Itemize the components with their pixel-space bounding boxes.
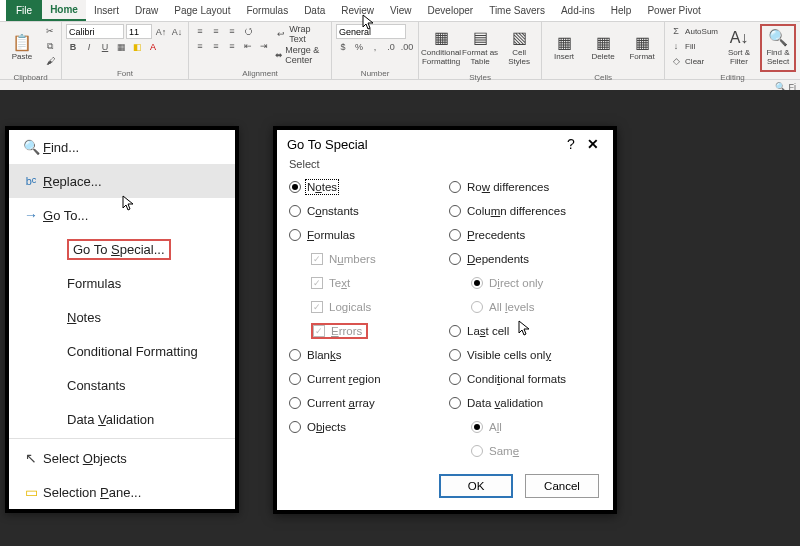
group-styles: ▦Conditional Formatting ▤Format as Table…	[419, 22, 542, 79]
opt-current-array[interactable]: Current array	[289, 392, 441, 414]
align-bot-icon[interactable]: ≡	[225, 24, 239, 38]
menu-replace[interactable]: bcReplace...	[9, 164, 235, 198]
font-grow-icon[interactable]: A↑	[154, 25, 168, 39]
align-mid-icon[interactable]: ≡	[209, 24, 223, 38]
tab-developer[interactable]: Developer	[420, 0, 482, 21]
currency-icon[interactable]: $	[336, 40, 350, 54]
opt-dependents[interactable]: Dependents	[449, 248, 601, 270]
opt-cond-formats[interactable]: Conditional formats	[449, 368, 601, 390]
comma-icon[interactable]: ,	[368, 40, 382, 54]
opt-blanks[interactable]: Blanks	[289, 344, 441, 366]
align-left-icon[interactable]: ≡	[193, 39, 207, 53]
delete-cells-button[interactable]: ▦Delete	[585, 24, 621, 72]
orientation-icon[interactable]: ⭯	[241, 24, 255, 38]
opt-all: All	[449, 416, 601, 438]
italic-button[interactable]: I	[82, 40, 96, 54]
menu-selection-pane[interactable]: ▭Selection Pane...	[9, 475, 235, 509]
select-label: Select	[289, 158, 601, 170]
opt-constants[interactable]: Constants	[289, 200, 441, 222]
align-center-icon[interactable]: ≡	[209, 39, 223, 53]
underline-button[interactable]: U	[98, 40, 112, 54]
format-cells-button[interactable]: ▦Format	[624, 24, 660, 72]
opt-visible-cells[interactable]: Visible cells only	[449, 344, 601, 366]
dialog-help-button[interactable]: ?	[561, 136, 581, 152]
opt-objects[interactable]: Objects	[289, 416, 441, 438]
font-name-select[interactable]	[66, 24, 124, 39]
tab-page-layout[interactable]: Page Layout	[166, 0, 238, 21]
tab-help[interactable]: Help	[603, 0, 640, 21]
dialog-close-button[interactable]: ✕	[581, 136, 605, 152]
menu-formulas[interactable]: Formulas	[9, 266, 235, 300]
goto-icon: →	[19, 207, 43, 223]
tab-data[interactable]: Data	[296, 0, 333, 21]
cond-format-button[interactable]: ▦Conditional Formatting	[423, 24, 459, 72]
radio-icon	[289, 205, 301, 217]
format-table-button[interactable]: ▤Format as Table	[462, 24, 498, 72]
indent-dec-icon[interactable]: ⇤	[241, 39, 255, 53]
menu-constants[interactable]: Constants	[9, 368, 235, 402]
opt-current-region[interactable]: Current region	[289, 368, 441, 390]
merge-center-button[interactable]: ⬌Merge & Center	[274, 45, 327, 65]
dec-dec-icon[interactable]: .00	[400, 40, 414, 54]
copy-icon[interactable]: ⧉	[43, 39, 57, 53]
font-shrink-icon[interactable]: A↓	[170, 25, 184, 39]
tab-formulas[interactable]: Formulas	[238, 0, 296, 21]
find-icon: 🔍	[768, 29, 788, 47]
number-format-select[interactable]	[336, 24, 406, 39]
opt-formulas[interactable]: Formulas	[289, 224, 441, 246]
paste-icon: 📋	[12, 34, 32, 52]
insert-cells-button[interactable]: ▦Insert	[546, 24, 582, 72]
wrap-icon: ↩	[274, 27, 287, 41]
cut-icon[interactable]: ✂	[43, 24, 57, 38]
cancel-button[interactable]: Cancel	[525, 474, 599, 498]
tab-home[interactable]: Home	[42, 0, 86, 21]
indent-inc-icon[interactable]: ⇥	[257, 39, 271, 53]
tab-insert[interactable]: Insert	[86, 0, 127, 21]
tab-time-savers[interactable]: Time Savers	[481, 0, 553, 21]
tab-power-pivot[interactable]: Power Pivot	[639, 0, 708, 21]
tab-draw[interactable]: Draw	[127, 0, 166, 21]
wrap-text-button[interactable]: ↩Wrap Text	[274, 24, 327, 44]
dec-inc-icon[interactable]: .0	[384, 40, 398, 54]
opt-row-diff[interactable]: Row differences	[449, 176, 601, 198]
fill-color-button[interactable]: ◧	[130, 40, 144, 54]
menu-cond-format[interactable]: Conditional Formatting	[9, 334, 235, 368]
font-size-select[interactable]	[126, 24, 152, 39]
align-right-icon[interactable]: ≡	[225, 39, 239, 53]
tab-addins[interactable]: Add-ins	[553, 0, 603, 21]
menu-data-validation[interactable]: Data Validation	[9, 402, 235, 436]
opt-col-diff[interactable]: Column differences	[449, 200, 601, 222]
ribbon-tabs: File Home Insert Draw Page Layout Formul…	[0, 0, 800, 22]
painter-icon[interactable]: 🖌	[43, 54, 57, 68]
menu-goto[interactable]: →Go To...	[9, 198, 235, 232]
border-button[interactable]: ▦	[114, 40, 128, 54]
radio-icon	[289, 181, 301, 193]
autosum-button[interactable]: ΣAutoSum	[669, 24, 718, 38]
paste-label: Paste	[12, 53, 32, 62]
percent-icon[interactable]: %	[352, 40, 366, 54]
clear-button[interactable]: ◇Clear	[669, 54, 718, 68]
opt-precedents[interactable]: Precedents	[449, 224, 601, 246]
menu-find[interactable]: 🔍Find...	[9, 130, 235, 164]
menu-select-objects[interactable]: ↖Select Objects	[9, 441, 235, 475]
ok-button[interactable]: OK	[439, 474, 513, 498]
paste-button[interactable]: 📋 Paste	[4, 24, 40, 72]
sort-icon: A↓	[730, 29, 749, 47]
cell-styles-button[interactable]: ▧Cell Styles	[501, 24, 537, 72]
tab-file[interactable]: File	[6, 0, 42, 21]
opt-last-cell[interactable]: Last cell	[449, 320, 601, 342]
align-top-icon[interactable]: ≡	[193, 24, 207, 38]
fill-button[interactable]: ↓Fill	[669, 39, 718, 53]
sort-filter-button[interactable]: A↓Sort & Filter	[721, 24, 757, 72]
tab-review[interactable]: Review	[333, 0, 382, 21]
merge-icon: ⬌	[274, 48, 283, 62]
font-color-button[interactable]: A	[146, 40, 160, 54]
menu-notes[interactable]: Notes	[9, 300, 235, 334]
menu-goto-special[interactable]: Go To Special...	[9, 232, 235, 266]
tab-view[interactable]: View	[382, 0, 420, 21]
font-group-label: Font	[66, 68, 184, 78]
bold-button[interactable]: B	[66, 40, 80, 54]
opt-data-validation[interactable]: Data validation	[449, 392, 601, 414]
opt-notes[interactable]: Notes	[289, 176, 441, 198]
find-select-button[interactable]: 🔍Find & Select	[760, 24, 796, 72]
